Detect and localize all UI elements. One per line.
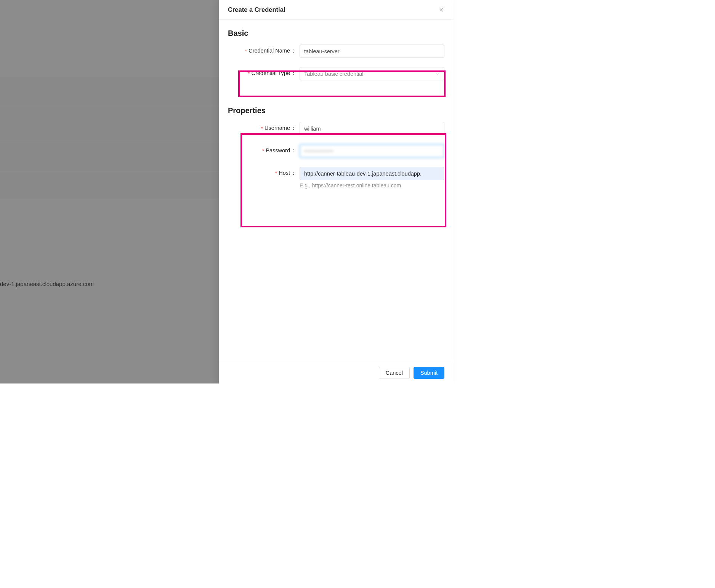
password-control xyxy=(300,144,444,158)
credential-type-select[interactable]: Tableau basic credential xyxy=(300,67,444,80)
password-label: Password xyxy=(266,147,297,154)
host-hint: E.g., https://canner-test.online.tableau… xyxy=(300,182,444,189)
credential-type-value: Tableau basic credential xyxy=(304,71,364,77)
section-properties-heading: Properties xyxy=(228,106,444,115)
close-icon[interactable] xyxy=(438,7,444,13)
drawer-footer: Cancel Submit xyxy=(219,362,454,383)
username-label-col: * Username xyxy=(228,122,300,132)
credential-name-label: Credential Name xyxy=(248,47,297,54)
section-basic: Basic * Credential Name * Credential Typ… xyxy=(228,29,444,80)
drawer-body: Basic * Credential Name * Credential Typ… xyxy=(219,20,454,362)
host-input[interactable] xyxy=(300,167,444,180)
drawer-title: Create a Credential xyxy=(228,6,285,13)
credential-type-label-col: * Credential Type xyxy=(228,67,300,77)
host-label: Host xyxy=(279,169,297,177)
host-label-col: * Host xyxy=(228,167,300,177)
credential-name-input[interactable] xyxy=(300,45,444,58)
username-label: Username xyxy=(265,125,297,132)
credential-name-control xyxy=(300,45,444,58)
cancel-button[interactable]: Cancel xyxy=(379,367,410,379)
field-password: * Password xyxy=(228,144,444,158)
credential-type-control: Tableau basic credential xyxy=(300,67,444,80)
field-credential-name: * Credential Name xyxy=(228,45,444,58)
section-properties: Properties * Username * Password xyxy=(228,106,444,189)
chevron-down-icon xyxy=(435,72,440,76)
drawer-header: Create a Credential xyxy=(219,0,454,20)
password-input[interactable] xyxy=(300,144,444,158)
create-credential-drawer: Create a Credential Basic * Credential N… xyxy=(219,0,454,383)
username-control xyxy=(300,122,444,135)
field-username: * Username xyxy=(228,122,444,135)
field-host: * Host E.g., https://canner-test.online.… xyxy=(228,167,444,189)
credential-type-label: Credential Type xyxy=(252,70,297,77)
password-label-col: * Password xyxy=(228,144,300,154)
username-input[interactable] xyxy=(300,122,444,135)
host-control: E.g., https://canner-test.online.tableau… xyxy=(300,167,444,189)
page-root: dev-1.japaneast.cloudapp.azure.com Creat… xyxy=(0,0,454,383)
field-credential-type: * Credential Type Tableau basic credenti… xyxy=(228,67,444,80)
submit-button[interactable]: Submit xyxy=(414,367,444,379)
required-asterisk: * xyxy=(248,70,250,77)
required-asterisk: * xyxy=(262,148,265,154)
required-asterisk: * xyxy=(261,125,263,131)
credential-name-label-col: * Credential Name xyxy=(228,45,300,54)
required-asterisk: * xyxy=(275,170,277,176)
section-basic-heading: Basic xyxy=(228,29,444,38)
required-asterisk: * xyxy=(245,48,247,54)
